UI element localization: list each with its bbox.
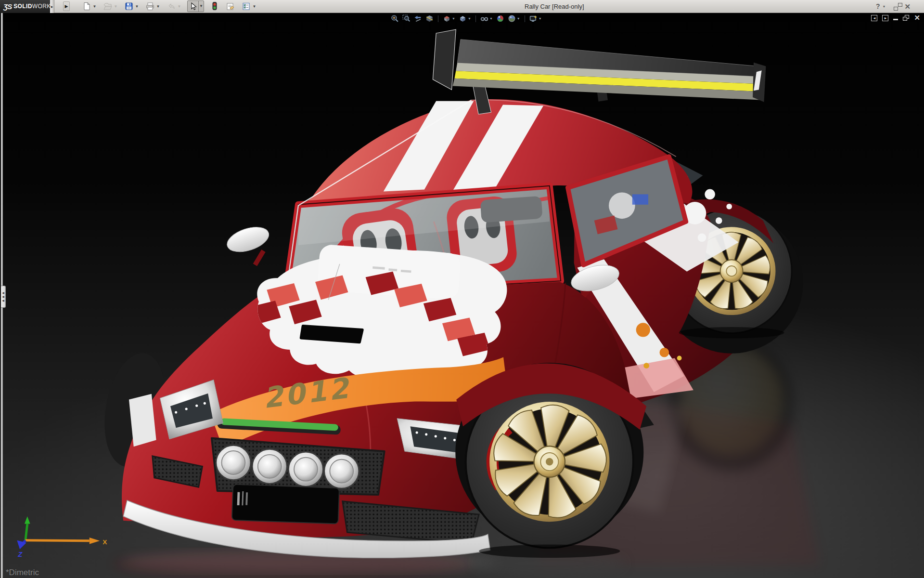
dropdown-arrow-icon: ▼	[113, 4, 118, 9]
section-view-button[interactable]	[424, 14, 435, 23]
3d-scene-canvas[interactable]: 2012	[0, 13, 924, 578]
print-icon	[145, 1, 155, 12]
print-button[interactable]: ▼	[145, 0, 161, 12]
help-button[interactable]: ?	[876, 0, 880, 13]
select-tool-button[interactable]: ▼	[187, 0, 204, 12]
file-properties-icon	[225, 1, 236, 12]
titlebar: ƷS SOLIDWORKS ▶ ▶ ▼ ▼ ▼ ▼	[0, 0, 924, 13]
menu-flyout-button[interactable]: ▶	[63, 1, 70, 11]
document-window-controls: ◄ ► ✕	[871, 14, 920, 21]
open-button[interactable]: ▼	[103, 0, 118, 12]
solidworks-logo[interactable]: ƷS SOLIDWORKS	[0, 0, 50, 13]
chevron-left-icon: ◀	[2, 291, 4, 294]
previous-view-button[interactable]	[413, 14, 423, 23]
undo-button[interactable]: ▼	[166, 0, 182, 12]
section-view-icon	[425, 14, 434, 23]
apply-scene-icon	[508, 14, 516, 23]
new-document-icon	[81, 1, 92, 12]
hide-show-items-button[interactable]: ▼	[479, 14, 494, 23]
graphics-viewport[interactable]: 2012	[0, 13, 924, 578]
brand-name: SOLIDWORKS	[13, 3, 55, 10]
rebuild-button[interactable]	[209, 0, 220, 12]
hood-vent	[301, 326, 362, 342]
chevron-left-icon: ◀	[2, 299, 4, 302]
collapse-left-button[interactable]: ◄	[871, 15, 877, 21]
view-orientation-label: *Dimetric	[6, 568, 39, 578]
display-style-button[interactable]: ▼	[458, 14, 472, 23]
view-settings-icon	[529, 14, 538, 23]
undo-icon	[166, 1, 177, 12]
dropdown-arrow-icon[interactable]: ▼	[517, 17, 520, 20]
options-checklist-icon	[241, 1, 252, 12]
close-button[interactable]: ✕	[904, 0, 911, 13]
dropdown-arrow-icon[interactable]: ▼	[155, 4, 161, 9]
doc-restore-button[interactable]	[903, 15, 909, 21]
dropdown-arrow-icon[interactable]: ▼	[198, 1, 204, 12]
zoom-to-fit-icon	[391, 14, 399, 23]
chevron-left-icon: ◀	[2, 295, 4, 298]
standard-toolbar: ▼ ▼ ▼ ▼ ▼ ▼	[81, 0, 261, 13]
left-side-mirror[interactable]	[224, 223, 272, 265]
doc-close-button[interactable]: ✕	[914, 14, 920, 21]
zoom-to-area-icon	[402, 14, 411, 23]
brand-glyph: ƷS	[3, 2, 12, 11]
dropdown-arrow-icon[interactable]: ▼	[539, 17, 542, 20]
view-settings-button[interactable]: ▼	[528, 14, 543, 23]
license-plate	[232, 485, 339, 524]
dropdown-arrow-icon[interactable]: ▼	[452, 17, 455, 20]
doc-minimize-button[interactable]	[893, 19, 898, 20]
save-button[interactable]: ▼	[124, 0, 140, 12]
display-style-icon	[459, 14, 467, 23]
menu-expand-tab[interactable]: ▶	[50, 0, 54, 13]
apply-scene-button[interactable]: ▼	[507, 14, 521, 23]
zoom-to-area-button[interactable]	[401, 14, 411, 23]
view-orientation-icon	[443, 14, 451, 23]
triad-z-label: Z	[17, 551, 23, 558]
help-dropdown-arrow-icon[interactable]: ▼	[882, 0, 886, 13]
chevron-right-icon: ►	[884, 16, 887, 20]
hide-show-items-icon	[480, 14, 488, 23]
edit-appearance-button[interactable]	[495, 14, 505, 23]
new-document-button[interactable]: ▼	[81, 0, 97, 12]
titlebar-window-controls: ? ▼ ✕	[876, 0, 911, 13]
chevron-right-icon: ▶	[51, 5, 53, 8]
reference-triad: X Z	[17, 516, 107, 558]
rear-spoiler[interactable]	[433, 29, 766, 114]
open-icon	[103, 1, 113, 12]
dropdown-arrow-icon[interactable]: ▼	[252, 4, 257, 9]
view-orientation-button[interactable]: ▼	[442, 14, 456, 23]
feature-manager-expand-handle[interactable]: ◀ ◀ ◀	[1, 286, 6, 308]
chevron-right-icon: ▶	[65, 4, 68, 9]
save-icon	[124, 1, 134, 12]
dropdown-arrow-icon[interactable]: ▼	[134, 4, 140, 9]
previous-view-icon	[414, 14, 422, 23]
heads-up-view-toolbar: ▼ ▼ ▼ ▼ ▼	[390, 14, 543, 23]
select-cursor-icon	[188, 1, 198, 12]
zoom-to-fit-button[interactable]	[390, 14, 400, 23]
options-button[interactable]: ▼	[241, 0, 257, 12]
edit-appearance-icon	[496, 14, 504, 23]
chevron-left-icon: ◄	[873, 16, 876, 20]
triad-x-label: X	[103, 539, 107, 546]
dropdown-arrow-icon[interactable]: ▼	[489, 17, 493, 20]
dropdown-arrow-icon: ▼	[177, 4, 182, 9]
dropdown-arrow-icon[interactable]: ▼	[92, 4, 97, 9]
file-properties-button[interactable]	[225, 0, 236, 12]
rebuild-traffic-light-icon	[209, 1, 220, 12]
collapse-right-button[interactable]: ►	[882, 15, 888, 21]
dropdown-arrow-icon[interactable]: ▼	[468, 17, 471, 20]
window-title: Rally Car [Read-only]	[525, 3, 584, 10]
